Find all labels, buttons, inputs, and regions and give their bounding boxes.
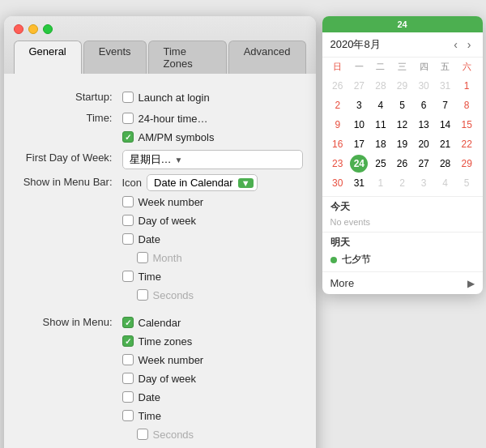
show-menu-bar-label: Show in Menu Bar: [17, 174, 122, 188]
launch-at-login-row[interactable]: Launch at login [122, 89, 303, 105]
cal-day[interactable]: 11 [372, 116, 390, 134]
cal-day[interactable]: 6 [415, 96, 433, 114]
maximize-button[interactable] [43, 24, 53, 34]
cal-day[interactable]: 17 [350, 135, 368, 153]
cal-day[interactable]: 21 [437, 135, 454, 153]
month-nav-buttons: ‹ › [450, 38, 474, 51]
sim-seconds-cb[interactable] [137, 429, 148, 440]
menu-time-row[interactable]: Time [122, 268, 303, 284]
cal-day[interactable]: 24 [350, 155, 368, 173]
cal-day[interactable]: 20 [415, 135, 433, 153]
qixi-dot [330, 257, 337, 263]
more-row[interactable]: More ▶ [322, 271, 483, 294]
sim-time-label: Time [139, 410, 161, 422]
weekday-sun: 日 [327, 59, 349, 75]
prev-month-button[interactable]: ‹ [450, 38, 461, 51]
sim-time-cb[interactable] [122, 410, 134, 421]
cal-day[interactable]: 28 [437, 155, 454, 173]
cal-day[interactable]: 26 [329, 77, 347, 95]
sim-calendar-cb[interactable] [122, 317, 134, 328]
menu-month-cb[interactable] [137, 252, 148, 263]
sim-calendar-row[interactable]: Calendar [122, 314, 303, 331]
menu-week-number-row[interactable]: Week number [122, 194, 303, 210]
cal-day[interactable]: 30 [415, 77, 433, 95]
cal-day[interactable]: 7 [437, 96, 454, 114]
cal-day[interactable]: 8 [458, 96, 475, 114]
minimize-button[interactable] [28, 24, 38, 34]
cal-day[interactable]: 31 [437, 77, 454, 95]
cal-day[interactable]: 22 [458, 135, 475, 153]
cal-day[interactable]: 29 [458, 155, 475, 173]
qixi-event[interactable]: 七夕节 [330, 251, 475, 268]
ampm-checkbox[interactable] [122, 131, 134, 143]
menu-day-of-week-cb[interactable] [122, 215, 134, 226]
first-day-dropdown[interactable]: 星期日… ▼ [122, 150, 303, 169]
cal-day[interactable]: 26 [393, 155, 411, 173]
cal-day[interactable]: 3 [350, 96, 368, 114]
sim-timezones-row[interactable]: Time zones [122, 333, 303, 349]
cal-day[interactable]: 4 [437, 174, 454, 192]
sim-timezones-cb[interactable] [122, 335, 134, 347]
cal-day[interactable]: 19 [393, 135, 411, 153]
tab-timezones[interactable]: Time Zones [148, 41, 227, 74]
sim-week-number-row[interactable]: Week number [122, 352, 303, 368]
sim-week-number-cb[interactable] [122, 354, 134, 365]
launch-at-login-checkbox[interactable] [122, 92, 134, 103]
time-label: Time: [17, 110, 122, 124]
menu-time-cb[interactable] [122, 271, 134, 282]
menu-seconds-row[interactable]: Seconds [122, 287, 303, 303]
cal-day[interactable]: 29 [393, 77, 411, 95]
date-in-cal-select[interactable]: Date in Calendar ▼ [147, 174, 257, 191]
menu-date-row[interactable]: Date [122, 231, 303, 247]
cal-day[interactable]: 27 [415, 155, 433, 173]
close-button[interactable] [14, 24, 23, 34]
cal-day[interactable]: 15 [458, 116, 475, 134]
cal-day[interactable]: 2 [329, 96, 347, 114]
cal-day[interactable]: 25 [372, 155, 390, 173]
cal-day[interactable]: 28 [372, 77, 390, 95]
cal-day[interactable]: 12 [393, 116, 411, 134]
tab-general[interactable]: General [14, 41, 82, 74]
cal-day[interactable]: 1 [458, 77, 475, 95]
menu-date-cb[interactable] [122, 233, 134, 245]
hour24-row[interactable]: 24-hour time… [122, 110, 303, 126]
cal-day[interactable]: 14 [437, 116, 454, 134]
menu-day-of-week-row[interactable]: Day of week [122, 212, 303, 228]
cal-day[interactable]: 1 [372, 174, 390, 192]
tab-advanced[interactable]: Advanced [228, 41, 306, 74]
tab-events[interactable]: Events [83, 41, 147, 74]
cal-day[interactable]: 5 [393, 96, 411, 114]
cal-day[interactable]: 30 [329, 174, 347, 192]
menu-week-number-cb[interactable] [122, 196, 134, 207]
sim-seconds-row[interactable]: Seconds [122, 426, 303, 442]
first-day-arrow-icon: ▼ [175, 156, 183, 164]
next-month-button[interactable]: › [464, 38, 475, 51]
cal-day[interactable]: 16 [329, 135, 347, 153]
menu-time-label: Time [139, 271, 161, 283]
menu-seconds-cb[interactable] [137, 289, 148, 301]
cal-day[interactable]: 3 [415, 174, 433, 192]
menu-month-label: Month [153, 252, 182, 264]
sim-time-row[interactable]: Time [122, 407, 303, 424]
hour24-checkbox[interactable] [122, 113, 134, 124]
menu-month-row[interactable]: Month [122, 250, 303, 266]
sim-date-row[interactable]: Date [122, 389, 303, 405]
cal-day[interactable]: 9 [329, 116, 347, 134]
cal-day[interactable]: 2 [393, 174, 411, 192]
cal-day[interactable]: 23 [329, 155, 347, 173]
sim-date-cb[interactable] [122, 391, 134, 403]
time-row: Time: 24-hour time… AM/PM symbols [4, 108, 316, 147]
cal-day[interactable]: 27 [350, 77, 368, 95]
title-bar: General Events Time Zones Advanced [4, 16, 316, 74]
ampm-row[interactable]: AM/PM symbols [122, 129, 303, 145]
icon-date-row: Icon Date in Calendar ▼ [122, 174, 303, 191]
hour24-label: 24-hour time… [139, 113, 208, 125]
cal-day[interactable]: 5 [458, 174, 475, 192]
cal-day[interactable]: 10 [350, 116, 368, 134]
cal-day[interactable]: 4 [372, 96, 390, 114]
cal-day[interactable]: 31 [350, 174, 368, 192]
cal-day[interactable]: 18 [372, 135, 390, 153]
cal-day[interactable]: 13 [415, 116, 433, 134]
sim-day-of-week-cb[interactable] [122, 373, 134, 384]
sim-day-of-week-row[interactable]: Day of week [122, 370, 303, 386]
